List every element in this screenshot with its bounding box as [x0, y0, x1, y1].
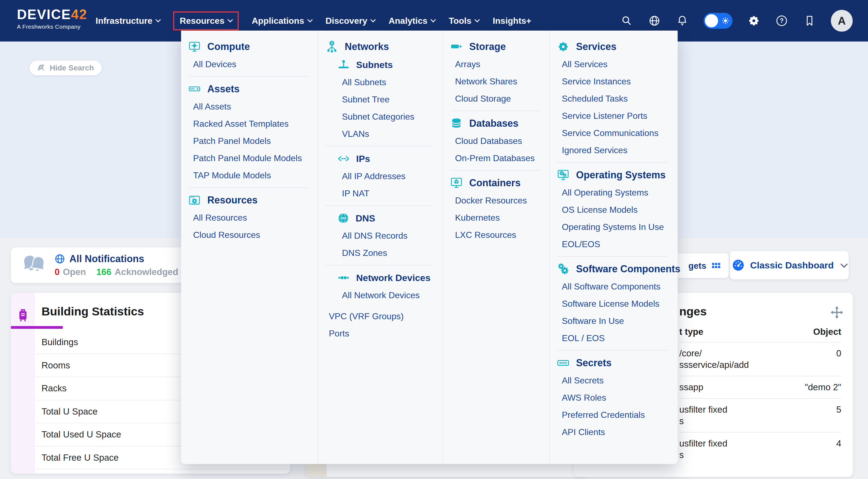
- menu-section-title[interactable]: Subnets: [318, 56, 442, 74]
- menu-item[interactable]: Cloud Databases: [443, 132, 549, 150]
- menu-item[interactable]: Ignored Services: [550, 142, 677, 159]
- menu-item[interactable]: All IP Addresses: [318, 168, 442, 185]
- changes-card-title-fragment: nges: [679, 305, 707, 318]
- bell-icon[interactable]: [676, 14, 689, 27]
- nav-item-tools[interactable]: Tools: [448, 12, 479, 29]
- menu-item[interactable]: EOL / EOS: [550, 330, 677, 347]
- menu-item[interactable]: Cloud Resources: [181, 226, 318, 244]
- menu-item[interactable]: Operating Systems In Use: [550, 219, 677, 236]
- help-icon[interactable]: ?: [775, 14, 788, 27]
- menu-section-title[interactable]: Resources: [181, 191, 318, 209]
- theme-toggle[interactable]: [704, 13, 733, 29]
- network-devices-icon: [338, 272, 350, 284]
- classic-dashboard-label: Classic Dashboard: [750, 260, 834, 270]
- row-event-type: ssapp: [679, 382, 703, 393]
- menu-item[interactable]: TAP Module Models: [181, 167, 318, 184]
- storage-icon: [450, 40, 463, 53]
- open-label: Open: [63, 267, 86, 277]
- menu-item[interactable]: IP NAT: [318, 185, 442, 202]
- menu-item[interactable]: Software License Models: [550, 295, 677, 312]
- hide-search-button[interactable]: Hide Search: [30, 61, 102, 75]
- logo[interactable]: DEVICE42 A Freshworks Company: [17, 7, 87, 30]
- menu-item[interactable]: All Secrets: [550, 372, 677, 389]
- row-object-value: "demo 2": [805, 382, 841, 393]
- menu-item[interactable]: LXC Resources: [443, 226, 549, 244]
- globe-icon: [55, 254, 65, 264]
- bookmark-icon[interactable]: [803, 14, 816, 27]
- menu-item[interactable]: Racked Asset Templates: [181, 115, 318, 132]
- nav-item-label: Resources: [180, 16, 224, 26]
- nav-item-insights-[interactable]: Insights+: [492, 12, 532, 29]
- menu-item[interactable]: All Software Components: [550, 278, 677, 295]
- search-icon[interactable]: [620, 14, 633, 27]
- menu-item[interactable]: On-Prem Databases: [443, 150, 549, 167]
- menu-section-title[interactable]: Databases: [443, 115, 549, 132]
- nav-item-applications[interactable]: Applications: [251, 12, 312, 29]
- dns-icon: DNS: [338, 213, 349, 224]
- menu-item[interactable]: OS License Models: [550, 201, 677, 219]
- menu-section-title[interactable]: DNSDNS: [318, 209, 442, 227]
- gear-icon[interactable]: [747, 14, 761, 27]
- menu-item[interactable]: API Clients: [550, 423, 677, 441]
- menu-item[interactable]: Service Instances: [550, 73, 677, 90]
- nav-item-label: Discovery: [326, 16, 367, 26]
- menu-section-title[interactable]: Software Components: [550, 260, 677, 278]
- menu-item[interactable]: All Devices: [181, 56, 318, 73]
- menu-section-label: Network Devices: [356, 273, 430, 283]
- menu-item[interactable]: Network Shares: [443, 73, 549, 90]
- menu-item[interactable]: All Services: [550, 56, 677, 73]
- nav-item-label: Insights+: [493, 16, 531, 26]
- row-object-value: 0: [836, 348, 841, 359]
- menu-section-title[interactable]: Services: [550, 38, 677, 56]
- avatar[interactable]: A: [831, 10, 853, 32]
- menu-item[interactable]: Service Communications: [550, 125, 677, 142]
- menu-item[interactable]: All Operating Systems: [550, 184, 677, 201]
- menu-item[interactable]: All Assets: [181, 98, 318, 115]
- globe-icon[interactable]: [648, 14, 661, 27]
- menu-item[interactable]: AWS Roles: [550, 389, 677, 406]
- nav-item-discovery[interactable]: Discovery: [325, 12, 376, 29]
- menu-section-title[interactable]: Network Devices: [318, 269, 442, 287]
- classic-dashboard-button[interactable]: Classic Dashboard: [730, 251, 849, 280]
- menu-item[interactable]: Patch Panel Module Models: [181, 150, 318, 167]
- menu-item[interactable]: DNS Zones: [318, 245, 442, 262]
- move-icon[interactable]: [830, 306, 843, 319]
- menu-section-title[interactable]: Secrets: [550, 354, 677, 372]
- menu-item[interactable]: Service Listener Ports: [550, 107, 677, 125]
- menu-item[interactable]: All Network Devices: [318, 287, 442, 304]
- menu-item[interactable]: Software In Use: [550, 312, 677, 330]
- menu-item[interactable]: All DNS Records: [318, 227, 442, 245]
- menu-section-title[interactable]: Networks: [318, 38, 442, 56]
- menu-section-label: Software Components: [576, 263, 680, 275]
- menu-section-title[interactable]: Storage: [443, 38, 549, 56]
- menu-item[interactable]: EOL/EOS: [550, 236, 677, 253]
- menu-item[interactable]: VLANs: [318, 125, 442, 142]
- svg-text:DNS: DNS: [340, 217, 346, 220]
- nav-item-infrastructure[interactable]: Infrastructure: [95, 12, 161, 29]
- menu-section-title[interactable]: Containers: [443, 174, 549, 192]
- menu-item[interactable]: VPC (VRF Groups): [318, 308, 442, 325]
- menu-item[interactable]: Subnet Tree: [318, 91, 442, 108]
- menu-item[interactable]: Cloud Storage: [443, 90, 549, 107]
- menu-item[interactable]: Ports: [318, 325, 442, 342]
- menu-section-title[interactable]: Operating Systems: [550, 166, 677, 184]
- menu-section-title[interactable]: Compute: [181, 38, 318, 56]
- building-statistics-title: Building Statistics: [41, 305, 144, 318]
- open-count: 0: [55, 267, 60, 277]
- menu-item[interactable]: All Subnets: [318, 74, 442, 91]
- menu-section-title[interactable]: IPs: [318, 150, 442, 168]
- menu-item[interactable]: Patch Panel Models: [181, 132, 318, 150]
- menu-item[interactable]: Docker Resources: [443, 192, 549, 209]
- menu-item[interactable]: Kubernetes: [443, 209, 549, 226]
- chevron-down-icon: [307, 17, 313, 22]
- menu-item[interactable]: All Resources: [181, 209, 318, 226]
- nav-item-analytics[interactable]: Analytics: [388, 12, 436, 29]
- menu-section-label: Compute: [207, 41, 250, 53]
- nav-item-resources[interactable]: Resources: [173, 11, 239, 30]
- menu-item[interactable]: Subnet Categories: [318, 108, 442, 125]
- menu-item[interactable]: Arrays: [443, 56, 549, 73]
- menu-section-title[interactable]: Assets: [181, 80, 318, 98]
- menu-item[interactable]: Scheduled Tasks: [550, 90, 677, 107]
- mega-menu-column-2: NetworksSubnetsAll SubnetsSubnet TreeSub…: [318, 31, 443, 464]
- menu-item[interactable]: Preferred Credentials: [550, 406, 677, 423]
